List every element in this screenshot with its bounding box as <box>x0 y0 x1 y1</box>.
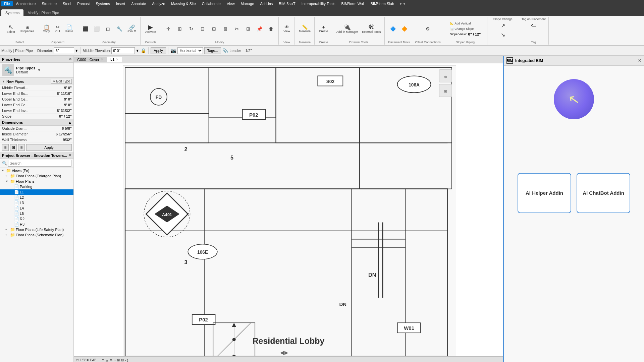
elevation-input[interactable] <box>111 47 135 54</box>
canvas-wrapper[interactable]: FD S02 106A P02 2 3 5 A401 D <box>74 63 503 356</box>
measure-btn[interactable]: 📏Measure <box>297 24 312 34</box>
tab-g000-close[interactable]: ✕ <box>101 58 103 61</box>
modify-mirror[interactable]: ⊟ <box>197 25 208 32</box>
slope-down-button[interactable]: ↘ <box>497 31 508 39</box>
ai-helper-addin-button[interactable]: AI Helper Addin <box>518 173 571 213</box>
placement-btn2[interactable]: 🔶 <box>399 25 410 32</box>
menu-systems[interactable]: Systems <box>93 1 112 6</box>
modify-copy[interactable]: ⊞ <box>174 25 185 32</box>
panel-sort-btn1[interactable]: ≡ <box>2 144 9 151</box>
geometry-btn1[interactable]: ⬛ <box>80 25 91 32</box>
tree-item-l3[interactable]: · 📄 L3 <box>0 200 73 205</box>
menu-view[interactable]: View <box>224 1 237 6</box>
lock-icon[interactable]: 🔒 <box>141 48 146 53</box>
search-input[interactable] <box>8 160 71 167</box>
slope-up-button[interactable]: ↗ <box>497 21 508 30</box>
menu-addins[interactable]: Add-Ins <box>257 1 275 6</box>
tree-expand-enlarged[interactable]: + <box>5 174 9 178</box>
bim-panel-close-button[interactable]: ✕ <box>638 58 641 63</box>
tree-item-l5[interactable]: · 📄 L5 <box>0 211 73 216</box>
tree-item-schematic[interactable]: + 📁 Floor Plans (Schematic Plan) <box>0 232 73 238</box>
menu-bimwall[interactable]: BIM²form Wall <box>339 1 367 6</box>
modify-split[interactable]: ⊞ <box>243 25 254 32</box>
pipe-type-dropdown[interactable]: ▼ <box>37 68 41 72</box>
tree-item-enlarged-plan[interactable]: + 📁 Floor Plans (Enlarged Plan) <box>0 173 73 179</box>
tag-placement-button[interactable]: 🏷 <box>528 21 539 29</box>
diameter-input[interactable] <box>54 47 74 54</box>
menu-precast[interactable]: Precast <box>74 1 92 6</box>
menu-insert[interactable]: Insert <box>113 1 128 6</box>
join-button[interactable]: 🔗 Join ▼ <box>125 24 138 34</box>
tree-item-r2[interactable]: · 📄 R2 <box>0 216 73 222</box>
addin-manager-button[interactable]: 🔌 Add-in Manager <box>335 22 360 35</box>
tab-systems[interactable]: Systems <box>1 9 23 16</box>
modify-move[interactable]: ✛ <box>163 25 174 32</box>
tree-item-l2[interactable]: · 📄 L2 <box>0 195 73 200</box>
menu-bimslab[interactable]: BIM²form Slab <box>368 1 397 6</box>
menu-steel[interactable]: Steel <box>60 1 74 6</box>
menu-collaborate[interactable]: Collaborate <box>199 1 223 6</box>
properties-button[interactable]: ⊞ Properties <box>19 24 36 34</box>
tree-item-life-safety[interactable]: + 📁 Floor Plans (Life Safety Plan) <box>0 227 73 232</box>
tab-l1[interactable]: L1 ✕ <box>107 57 122 62</box>
menu-massing[interactable]: Massing & Site <box>168 1 198 6</box>
elevation-dropdown-icon[interactable]: ▼ <box>136 49 139 53</box>
menu-structure[interactable]: Structure <box>39 1 59 6</box>
tab-g000[interactable]: G000 - Cover ✕ <box>74 57 107 62</box>
tree-item-parking[interactable]: · 📄 Parking <box>0 184 73 189</box>
status-icon-5[interactable]: ⊞ <box>117 358 120 362</box>
tab-l1-close[interactable]: ✕ <box>116 58 118 61</box>
geometry-btn2[interactable]: ⬜ <box>91 25 102 32</box>
paste-button[interactable]: 📄 Paste <box>64 24 75 34</box>
panel-apply-button[interactable]: Apply <box>26 144 72 151</box>
copy-button[interactable]: 📋 Copy <box>41 24 52 34</box>
menu-annotate[interactable]: Annotate <box>128 1 149 6</box>
modify-trim[interactable]: ✂ <box>231 25 242 32</box>
status-icon-2[interactable]: △ <box>106 358 108 362</box>
menu-manage[interactable]: Manage <box>238 1 257 6</box>
dimensions-section[interactable]: Dimensions ▲ <box>0 119 74 126</box>
panel-sort-btn2[interactable]: ⊞ <box>10 144 17 151</box>
edit-type-button[interactable]: ✏ Edit Type <box>51 79 72 84</box>
tree-item-l4[interactable]: · 📄 L4 <box>0 205 73 211</box>
geometry-btn4[interactable]: 🔧 <box>114 25 125 32</box>
ai-chatbot-addin-button[interactable]: AI ChatBot Addin <box>577 173 630 213</box>
cut-button[interactable]: ✂ Cut <box>52 24 63 34</box>
placement-btn1[interactable]: 🔷 <box>388 25 398 32</box>
status-icon-4[interactable]: ○ <box>114 358 116 362</box>
geometry-btn3[interactable]: ◻ <box>103 25 113 32</box>
modify-pin[interactable]: 📌 <box>254 25 265 32</box>
modify-scale[interactable]: ⊠ <box>220 25 231 32</box>
new-pipes-dropdown-icon[interactable]: ▼ <box>2 80 5 83</box>
properties-close-button[interactable]: ✕ <box>69 57 72 61</box>
orientation-select[interactable]: Horizontal Vertical <box>177 47 203 54</box>
modify-array[interactable]: ⊞ <box>209 25 219 32</box>
offset-btn[interactable]: ⚙ <box>423 25 433 32</box>
menu-interop[interactable]: Interoperability Tools <box>299 1 338 6</box>
select-button[interactable]: ↖ Select <box>3 22 18 35</box>
tree-expand-life-safety[interactable]: + <box>5 228 9 231</box>
tree-item-l1[interactable]: · 📄 L1 <box>0 189 73 195</box>
status-icon-6[interactable]: ⊟ <box>121 358 124 362</box>
menu-bim3sixt[interactable]: BIM-3sixT <box>276 1 298 6</box>
tree-expand-schematic[interactable]: + <box>5 233 9 237</box>
tree-item-r3[interactable]: · 📄 R3 <box>0 222 73 227</box>
panel-sort-btn3[interactable]: ≡ <box>18 144 25 151</box>
menu-analyze[interactable]: Analyze <box>149 1 168 6</box>
tags-button[interactable]: Tags... <box>204 47 221 54</box>
status-icon-1[interactable]: ⊙ <box>102 358 104 362</box>
modify-rotate[interactable]: ↻ <box>186 25 197 32</box>
tree-item-floor-plans[interactable]: ▼ 📁 Floor Plans <box>0 179 73 184</box>
external-tools-button[interactable]: 🛠 External Tools <box>360 22 382 35</box>
diameter-dropdown-icon[interactable]: ▼ <box>75 49 78 53</box>
status-icon-7[interactable]: ◁ <box>125 358 128 362</box>
modify-delete[interactable]: 🗑 <box>266 25 276 32</box>
menu-architecture[interactable]: Architecture <box>13 1 39 6</box>
tree-expand-views[interactable]: ▼ <box>1 169 5 172</box>
apply-button[interactable]: Apply <box>151 47 166 54</box>
tree-item-views-fe[interactable]: ▼ 📁 Views (Fe) <box>0 168 73 173</box>
activate-button[interactable]: ▶ Activate <box>143 22 158 35</box>
add-vertical-button[interactable]: 📐 Add Vertical <box>449 21 472 26</box>
change-slope-button[interactable]: 📊 Change Slope <box>449 26 475 31</box>
create-btn[interactable]: +Create <box>317 24 330 34</box>
